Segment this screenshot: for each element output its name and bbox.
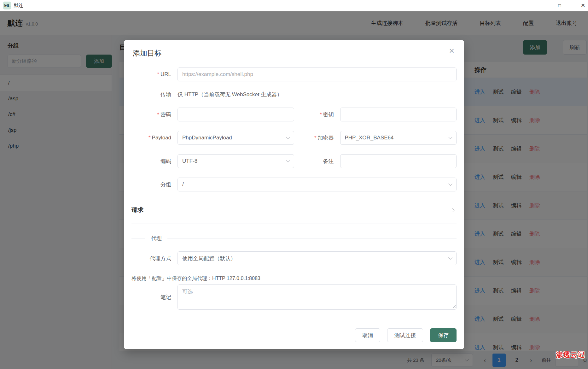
note-textarea[interactable] <box>178 284 457 310</box>
encryptor-select[interactable]: PHP_XOR_BASE64 <box>340 131 457 145</box>
save-button[interactable]: 保存 <box>430 328 457 342</box>
note-row: 笔记 <box>131 284 457 310</box>
request-section-title: 请求 <box>131 206 143 214</box>
proxy-divider: 代理 <box>131 235 457 242</box>
chevron-down-icon <box>286 158 290 162</box>
modal-footer: 取消 测试连接 保存 <box>355 328 457 342</box>
chevron-down-icon <box>448 182 452 186</box>
group-select[interactable]: / <box>178 178 457 191</box>
encoding-label: 编码 <box>131 158 178 165</box>
modal-header: 添加目标 <box>124 40 464 58</box>
proxy-mode-label: 代理方式 <box>131 255 178 262</box>
encryptor-label: *加密器 <box>294 134 340 142</box>
transport-label: 传输 <box>131 91 178 98</box>
watermark-text: 渗透云记 <box>556 350 585 360</box>
proxy-mode-value: 使用全局配置（默认） <box>182 255 236 262</box>
url-label: *URL <box>131 71 178 78</box>
minimize-icon[interactable]: — <box>533 3 540 9</box>
payload-label: *Payload <box>131 135 178 141</box>
proxy-divider-label: 代理 <box>151 235 162 242</box>
transport-row: 传输 仅 HTTP（当前载荷无 WebSocket 生成器） <box>131 91 457 98</box>
required-mark: * <box>157 71 159 77</box>
add-target-modal: 添加目标 ✕ *URL 传输 仅 HTTP（当前载荷无 WebSocket 生成… <box>124 40 464 349</box>
modal-close-icon[interactable]: ✕ <box>449 48 455 55</box>
payload-encryptor-row: *Payload PhpDynamicPayload *加密器 PHP_XOR_… <box>131 131 457 145</box>
group-row: 分组 / <box>131 178 457 191</box>
app-logo-icon: ML <box>3 2 11 9</box>
chevron-down-icon <box>286 135 290 139</box>
maximize-icon[interactable]: □ <box>556 3 563 8</box>
encoding-remark-row: 编码 UTF-8 备注 <box>131 154 457 168</box>
payload-select[interactable]: PhpDynamicPayload <box>178 131 294 145</box>
required-mark: * <box>157 112 159 118</box>
test-connection-button[interactable]: 测试连接 <box>387 328 423 342</box>
key-label: *密钥 <box>294 111 340 118</box>
encryptor-value: PHP_XOR_BASE64 <box>345 135 394 141</box>
payload-value: PhpDynamicPayload <box>182 135 232 141</box>
remark-input[interactable] <box>340 154 457 168</box>
window-controls: — □ ✕ <box>533 2 588 9</box>
chevron-down-icon <box>448 135 452 139</box>
password-key-row: *密码 *密钥 <box>131 108 457 121</box>
request-section-toggle[interactable]: 请求 <box>131 206 457 214</box>
remark-label: 备注 <box>294 158 340 165</box>
proxy-mode-row: 代理方式 使用全局配置（默认） <box>131 251 457 265</box>
window-title: 默连 <box>14 3 23 9</box>
password-label: *密码 <box>131 111 178 118</box>
key-input[interactable] <box>340 108 457 121</box>
url-row: *URL <box>131 67 457 81</box>
chevron-right-icon <box>451 208 455 212</box>
group-label: 分组 <box>131 181 178 188</box>
chevron-down-icon <box>448 255 452 260</box>
proxy-note-text: 将使用「配置」中保存的全局代理：HTTP 127.0.0.1:8083 <box>131 275 457 282</box>
required-mark: * <box>314 135 317 141</box>
modal-body: *URL 传输 仅 HTTP（当前载荷无 WebSocket 生成器） *密码 <box>124 67 464 310</box>
required-mark: * <box>320 112 322 118</box>
group-value: / <box>182 181 184 188</box>
encoding-value: UTF-8 <box>182 158 197 164</box>
cancel-button[interactable]: 取消 <box>355 328 380 342</box>
close-window-icon[interactable]: ✕ <box>579 2 587 9</box>
required-mark: * <box>148 135 151 141</box>
password-input[interactable] <box>178 108 294 121</box>
modal-title: 添加目标 <box>133 48 455 58</box>
encoding-select[interactable]: UTF-8 <box>178 154 294 168</box>
section-divider <box>131 224 457 224</box>
window-titlebar: ML 默连 — □ ✕ <box>0 0 588 11</box>
transport-value: 仅 HTTP（当前载荷无 WebSocket 生成器） <box>178 91 282 97</box>
proxy-mode-select[interactable]: 使用全局配置（默认） <box>178 251 457 265</box>
note-label: 笔记 <box>131 294 178 301</box>
url-input[interactable] <box>178 67 457 81</box>
